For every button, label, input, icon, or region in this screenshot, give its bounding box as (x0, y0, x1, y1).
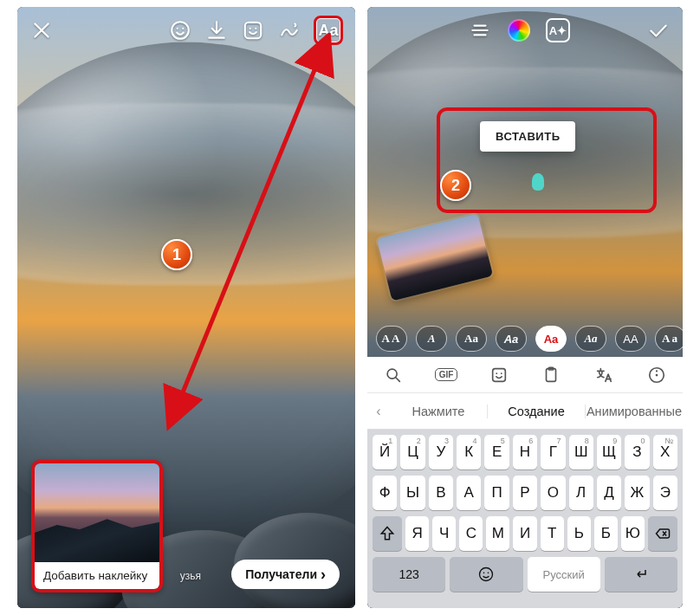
kbd-key[interactable]: Ш8 (569, 435, 593, 469)
font-chip[interactable]: A (416, 326, 447, 352)
close-friends-label: узья (180, 570, 201, 582)
clipboard-icon[interactable] (538, 362, 564, 388)
font-chip[interactable]: AA (615, 326, 646, 352)
font-chip[interactable]: Aa (496, 326, 527, 352)
chevron-left-icon[interactable]: ‹ (367, 404, 390, 419)
kbd-key[interactable]: Д (597, 476, 621, 510)
kbd-key[interactable]: Б (594, 516, 618, 551)
editor-top-toolbar: Aa (17, 7, 355, 54)
suggestion-option[interactable]: Создание (487, 405, 586, 418)
svg-rect-8 (492, 368, 505, 381)
add-sticker-label: Добавить наклейку (35, 562, 159, 589)
story-editor-screen: Aa узья Получатели › Добавить наклейку (17, 7, 355, 608)
kbd-key[interactable]: Ж (625, 476, 649, 510)
svg-point-1 (177, 28, 178, 29)
return-key[interactable] (605, 557, 677, 592)
svg-point-0 (172, 22, 189, 39)
kbd-key[interactable]: В (429, 476, 453, 510)
chevron-right-icon: › (321, 568, 326, 580)
kbd-key[interactable]: У3 (429, 435, 453, 469)
kbd-key[interactable]: Й1 (373, 435, 397, 469)
kbd-row: 123 Русский (370, 557, 680, 592)
sticker-icon[interactable] (241, 18, 265, 42)
font-chip[interactable]: Aa (456, 326, 487, 352)
kbd-key[interactable]: П (484, 476, 509, 510)
text-entry-screen: A✦ ВСТАВИТЬ AA A Aa Aa Aa Aa AA Aa GIF (367, 7, 683, 608)
done-check-icon[interactable] (646, 18, 671, 42)
recipients-label: Получатели (245, 567, 317, 581)
search-icon[interactable] (380, 362, 406, 388)
add-sticker-tray[interactable]: Добавить наклейку (31, 460, 163, 592)
kbd-key[interactable]: Ь (567, 516, 591, 551)
text-effect-toggle[interactable]: A✦ (546, 18, 570, 42)
font-chip[interactable]: AA (376, 326, 407, 352)
text-cursor-handle[interactable] (532, 173, 544, 191)
kbd-key[interactable]: Ф (373, 476, 397, 510)
kbd-key[interactable]: Т (541, 516, 564, 551)
space-key[interactable]: Русский (528, 557, 600, 592)
sticker-thumbnail (35, 463, 159, 562)
kbd-key[interactable]: Г7 (541, 435, 565, 469)
svg-point-9 (496, 372, 497, 374)
svg-point-15 (656, 370, 658, 372)
kbd-row: Й1Ц2У3К4Е5Н6Г7Ш8Щ9З0Х№ (370, 435, 680, 469)
kbd-key[interactable]: Л (569, 476, 593, 510)
recipients-button[interactable]: Получатели › (231, 560, 340, 589)
paste-context-menu[interactable]: ВСТАВИТЬ (480, 121, 575, 152)
font-chip[interactable]: Aa (575, 326, 606, 352)
svg-point-2 (182, 28, 184, 29)
kbd-key[interactable]: М (486, 516, 509, 551)
text-align-icon[interactable] (468, 18, 492, 42)
suggestion-option[interactable]: Анимированные (586, 405, 683, 418)
settings-kbd-icon[interactable] (644, 362, 670, 388)
kbd-key[interactable]: Е5 (484, 435, 509, 469)
kbd-key[interactable]: К4 (457, 435, 481, 469)
backspace-key[interactable] (648, 516, 677, 551)
close-icon[interactable] (29, 18, 54, 42)
annotation-marker-2: 2 (440, 170, 471, 201)
font-chip[interactable]: Aa (655, 326, 683, 352)
kbd-key[interactable]: О (541, 476, 565, 510)
svg-rect-11 (547, 368, 556, 381)
text-edit-top-toolbar: A✦ (367, 7, 683, 54)
gif-icon[interactable]: GIF (433, 362, 459, 388)
svg-point-16 (480, 568, 493, 581)
kbd-key[interactable]: Щ9 (597, 435, 621, 469)
keyboard-tool-row: GIF (367, 357, 683, 393)
kbd-row: ЯЧСМИТЬБЮ (370, 516, 680, 551)
text-tool-button[interactable]: Aa (314, 16, 343, 45)
keyboard-suggestion-row: ‹ Нажмите Создание Анимированные (367, 393, 683, 430)
kbd-key[interactable]: Ы (400, 476, 425, 510)
svg-point-4 (250, 28, 251, 29)
kbd-key[interactable]: Н6 (513, 435, 537, 469)
effects-icon[interactable] (168, 18, 192, 42)
color-picker-icon[interactable] (508, 19, 530, 42)
onscreen-keyboard: Й1Ц2У3К4Е5Н6Г7Ш8Щ9З0Х№ ФЫВАПРОЛДЖЭ ЯЧСМИ… (367, 430, 683, 608)
kbd-key[interactable]: А (457, 476, 481, 510)
kbd-key[interactable]: Я (405, 516, 429, 551)
download-icon[interactable] (204, 18, 229, 42)
kbd-key[interactable]: И (513, 516, 536, 551)
kbd-row: ФЫВАПРОЛДЖЭ (370, 476, 680, 510)
font-chip-selected[interactable]: Aa (535, 326, 567, 352)
kbd-key[interactable]: З0 (625, 435, 649, 469)
svg-point-18 (488, 573, 489, 574)
font-style-row: AA A Aa Aa Aa Aa AA Aa (367, 320, 683, 357)
numeric-key[interactable]: 123 (373, 557, 445, 592)
kbd-key[interactable]: Э (653, 476, 677, 510)
translate-icon[interactable] (591, 362, 617, 388)
svg-point-5 (255, 28, 256, 29)
emoji-key[interactable] (450, 557, 522, 592)
suggestion-option[interactable]: Нажмите (390, 405, 487, 418)
draw-icon[interactable] (277, 18, 301, 42)
kbd-key[interactable]: Ч (432, 516, 456, 551)
kbd-key[interactable]: Р (513, 476, 537, 510)
kbd-key[interactable]: С (459, 516, 483, 551)
kbd-key[interactable]: Ц2 (400, 435, 425, 469)
sticker-kbd-icon[interactable] (486, 362, 512, 388)
kbd-key[interactable]: Ю (621, 516, 645, 551)
annotation-marker-1: 1 (161, 239, 192, 270)
kbd-key[interactable]: Х№ (653, 435, 677, 469)
shift-key[interactable] (373, 516, 402, 551)
svg-point-17 (483, 573, 485, 574)
